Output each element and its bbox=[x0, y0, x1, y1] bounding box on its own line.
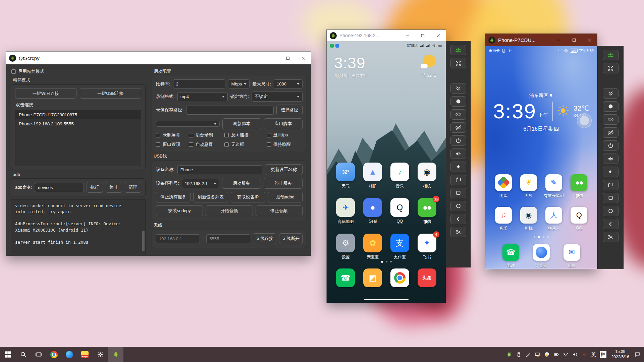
dock-app-item[interactable] bbox=[390, 268, 409, 287]
app-item[interactable]: Q QQ bbox=[571, 207, 587, 231]
screen-on-button[interactable] bbox=[603, 114, 619, 125]
wireless-disconnect-button[interactable]: 无线断开 bbox=[279, 233, 303, 244]
checkbox-box[interactable] bbox=[224, 133, 229, 137]
record-format-select[interactable]: mp4 bbox=[177, 92, 228, 101]
app-icon[interactable]: ◩ bbox=[363, 268, 382, 287]
power-button[interactable] bbox=[450, 135, 466, 146]
search-button[interactable] bbox=[15, 347, 31, 362]
expand-toolbar-button[interactable] bbox=[450, 83, 466, 94]
app-icon[interactable]: ☎ bbox=[336, 268, 355, 287]
action-center-icon[interactable] bbox=[633, 347, 642, 362]
script-select[interactable] bbox=[156, 121, 220, 127]
rotate-screen-button[interactable] bbox=[450, 175, 466, 185]
max-size-select[interactable]: 1080 bbox=[274, 79, 303, 88]
dock-app-item[interactable]: ☎ bbox=[336, 268, 355, 287]
checkbox-box[interactable] bbox=[267, 142, 271, 147]
app-item[interactable]: 32° 天气 bbox=[336, 163, 355, 189]
close-button[interactable] bbox=[430, 30, 446, 41]
app-item[interactable]: ▲ 相册 bbox=[363, 163, 382, 189]
adb-terminate-button[interactable]: 终止 bbox=[106, 182, 122, 193]
app-item[interactable]: ☀ 天气 bbox=[520, 174, 537, 199]
device-list-item[interactable]: Phone-192.168.2.109:5555 bbox=[15, 119, 141, 128]
refresh-script-button[interactable]: 刷新脚本 bbox=[222, 118, 261, 129]
android-tray-icon[interactable] bbox=[505, 347, 514, 362]
security-tray-icon[interactable] bbox=[542, 347, 551, 362]
device-list[interactable]: Phone-P7CDU17C23010875Phone-192.168.2.10… bbox=[15, 110, 141, 166]
dock-app-item[interactable]: ✉ 信息 bbox=[564, 244, 580, 268]
app-item[interactable]: ●● 微信 bbox=[571, 174, 587, 199]
group-control-button[interactable] bbox=[603, 50, 619, 60]
app-icon[interactable]: ✎ bbox=[545, 174, 562, 191]
fullscreen-button[interactable] bbox=[450, 58, 466, 68]
app-icon[interactable]: ● bbox=[363, 198, 382, 217]
blue-app-icon[interactable] bbox=[62, 347, 77, 362]
app-icon[interactable] bbox=[390, 268, 409, 287]
start-adbd-button[interactable]: 启动adbd bbox=[268, 192, 303, 202]
usb-tray-icon[interactable] bbox=[514, 347, 523, 362]
app-icon[interactable]: ✈ bbox=[336, 198, 355, 217]
dock-app-item[interactable]: 头条 bbox=[418, 268, 436, 287]
device-list-item[interactable]: Phone-P7CDU17C23010875 bbox=[15, 110, 141, 119]
app-icon[interactable]: 头条 bbox=[418, 268, 436, 287]
maximize-button[interactable] bbox=[280, 52, 296, 64]
volume-down-button[interactable] bbox=[450, 162, 466, 172]
qtscrcpy-taskbar-icon[interactable] bbox=[108, 347, 123, 362]
bitrate-unit-select[interactable]: Mbps bbox=[228, 79, 250, 88]
dock-app-item[interactable]: ◩ bbox=[363, 268, 382, 287]
start-button[interactable] bbox=[0, 347, 15, 362]
adb-clear-button[interactable]: 清理 bbox=[125, 182, 141, 193]
update-name-button[interactable]: 更新设置名称 bbox=[265, 164, 303, 175]
battery-tray-icon[interactable] bbox=[552, 347, 561, 362]
app-icon[interactable]: ✦ 4 bbox=[418, 234, 436, 252]
checkbox-box[interactable] bbox=[156, 133, 160, 137]
app-icon[interactable]: Q bbox=[390, 198, 409, 217]
ime-indicator[interactable]: 拼 bbox=[600, 351, 606, 358]
config-checkbox[interactable]: 后台录制 bbox=[189, 132, 224, 138]
log-scrollbar[interactable] bbox=[142, 231, 145, 251]
power-button[interactable] bbox=[603, 140, 619, 151]
app-icon[interactable]: 32° bbox=[336, 163, 355, 181]
app-icon[interactable]: ☎ bbox=[502, 244, 519, 261]
taskbar-clock[interactable]: 15:39 2022/6/16 bbox=[611, 349, 629, 360]
app-icon[interactable]: ☀ bbox=[520, 174, 537, 191]
config-checkbox[interactable]: 录制屏幕 bbox=[156, 132, 189, 138]
minimize-button[interactable] bbox=[551, 34, 566, 46]
checkbox-box[interactable] bbox=[189, 133, 193, 137]
cast-tray-icon[interactable] bbox=[533, 347, 542, 362]
app-icon[interactable]: ✿ bbox=[363, 234, 382, 252]
back-button[interactable] bbox=[603, 219, 619, 229]
maximize-button[interactable] bbox=[566, 34, 582, 46]
simple-mode-checkbox[interactable]: 启用精简模式 bbox=[11, 68, 146, 74]
back-button[interactable] bbox=[450, 214, 466, 224]
choose-path-button[interactable]: 选择路径 bbox=[276, 105, 303, 115]
close-button[interactable] bbox=[582, 34, 597, 46]
expand-toolbar-button[interactable] bbox=[603, 88, 619, 99]
minimize-button[interactable] bbox=[265, 52, 280, 64]
app-icon[interactable] bbox=[495, 174, 512, 191]
task-view-button[interactable] bbox=[31, 347, 46, 362]
rotate-screen-button[interactable] bbox=[603, 180, 619, 190]
wireless-port-input[interactable] bbox=[206, 234, 250, 243]
usb-connect-button[interactable]: 一键USB连接 bbox=[80, 88, 141, 99]
install-sndcpy-button[interactable]: 安装sndcpy bbox=[156, 205, 203, 216]
app-icon[interactable]: 人 bbox=[545, 207, 562, 224]
app-icon[interactable]: ●● bbox=[571, 174, 587, 191]
stop-service-button[interactable]: 停止服务 bbox=[264, 178, 303, 189]
adb-command-input[interactable] bbox=[35, 183, 84, 192]
app-icon[interactable] bbox=[533, 244, 550, 261]
menu-button[interactable] bbox=[603, 193, 619, 203]
touch-indicator-button[interactable] bbox=[603, 101, 619, 112]
wifi-tray-icon[interactable] bbox=[561, 347, 570, 362]
assistive-touch-ball[interactable] bbox=[577, 113, 592, 128]
config-checkbox[interactable]: 保持唤醒 bbox=[267, 141, 303, 147]
checkbox-box[interactable] bbox=[189, 142, 193, 147]
chrome-icon[interactable] bbox=[46, 347, 62, 362]
close-button[interactable] bbox=[296, 52, 311, 64]
app-item[interactable]: ●● 189 微信 bbox=[418, 198, 436, 225]
wireless-ip-input[interactable] bbox=[156, 234, 200, 243]
phone2-titlebar[interactable]: Phone-P7CDU... bbox=[485, 34, 597, 46]
app-item[interactable]: 支 支付宝 bbox=[390, 234, 409, 260]
app-icon[interactable]: ♫ bbox=[495, 207, 512, 224]
wireless-connect-button[interactable]: 无线连接 bbox=[253, 233, 276, 244]
config-checkbox[interactable]: 显示fps bbox=[267, 132, 303, 138]
